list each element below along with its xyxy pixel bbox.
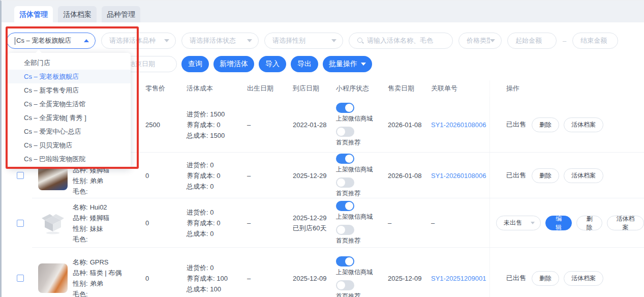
col-retail-price: 零售价 bbox=[144, 84, 186, 93]
dropdown-item-beibei[interactable]: Cs – 贝贝宠物店 bbox=[8, 138, 131, 152]
table-row: 名称:GPRS 品种:猫类 | 布偶 性别:弟弟 毛色: 0 进货价: 0 养育… bbox=[2, 248, 644, 297]
store-select[interactable]: Cs – 宠老板旗舰店 bbox=[7, 33, 96, 49]
add-live-button[interactable]: 新增活体 bbox=[213, 56, 254, 72]
batch-operations-label: 批量操作 bbox=[329, 60, 357, 69]
delete-button[interactable]: 删除 bbox=[576, 216, 602, 230]
sold-status: 已出售 bbox=[506, 171, 526, 180]
gender-select[interactable]: 请选择性别 bbox=[264, 33, 343, 49]
chevron-down-icon bbox=[531, 222, 535, 224]
chevron-down-icon bbox=[164, 39, 169, 42]
price-type-select[interactable]: 价格类型 bbox=[458, 33, 502, 49]
birth-date: – bbox=[246, 275, 291, 282]
pet-photo-placeholder bbox=[38, 209, 68, 238]
wechat-mall-toggle[interactable] bbox=[336, 103, 354, 113]
retail-price: 2500 bbox=[144, 121, 186, 129]
wechat-mall-toggle[interactable] bbox=[336, 256, 354, 266]
dropdown-item-pet-center[interactable]: Cs – 爱宠中心-总店 bbox=[8, 125, 131, 138]
archive-button[interactable]: 活体档案 bbox=[564, 271, 603, 286]
status-placeholder: 请选择活体状态 bbox=[190, 36, 247, 45]
text-cursor bbox=[15, 37, 15, 45]
row-checkbox[interactable] bbox=[17, 172, 24, 179]
order-number-link[interactable]: SY1-20260108006 bbox=[431, 172, 486, 180]
batch-operations-button[interactable]: 批量操作 bbox=[323, 56, 372, 72]
col-arrival-date: 到店日期 bbox=[291, 84, 334, 93]
home-recommend-toggle[interactable] bbox=[336, 127, 354, 137]
breed-select[interactable]: 请选择活体品种 bbox=[101, 33, 176, 49]
search-icon bbox=[357, 37, 364, 44]
tab-live-archive[interactable]: 活体档案 bbox=[58, 6, 97, 22]
sold-status: 已出售 bbox=[506, 274, 526, 283]
amount-range-dash: – bbox=[563, 37, 566, 45]
home-recommend-toggle[interactable] bbox=[336, 177, 354, 188]
arrival-date: 2022-01-28 bbox=[291, 121, 334, 129]
dropdown-item-qingxiu[interactable]: Cs – 全蛋宠物[ 青秀 ] bbox=[8, 111, 131, 125]
chevron-down-icon bbox=[361, 63, 366, 66]
tab-breed-management[interactable]: 品种管理 bbox=[102, 6, 140, 22]
row-checkbox[interactable] bbox=[17, 220, 24, 227]
sold-status: 已出售 bbox=[506, 120, 526, 129]
row-checkbox[interactable] bbox=[17, 275, 24, 282]
amount-start-input[interactable]: 起始金额 bbox=[507, 33, 557, 49]
edit-button[interactable]: 编辑 bbox=[545, 216, 571, 230]
col-actions: 操作 bbox=[489, 80, 644, 97]
tab-bar: 活体管理 活体档案 品种管理 bbox=[2, 1, 644, 22]
dropdown-item-life-hall[interactable]: Cs – 全蛋宠物生活馆 bbox=[8, 97, 131, 111]
retail-price: 0 bbox=[144, 275, 186, 282]
retail-price: 0 bbox=[144, 172, 186, 180]
gender-placeholder: 请选择性别 bbox=[272, 36, 331, 45]
status-select[interactable]: 请选择活体状态 bbox=[181, 33, 259, 49]
chevron-up-icon bbox=[84, 39, 89, 42]
search-input[interactable]: 请输入活体名称、毛色 bbox=[349, 33, 453, 49]
retail-price: 0 bbox=[144, 219, 186, 227]
sale-date: 2026-01-08 bbox=[388, 121, 428, 129]
amount-end-placeholder: 结束金额 bbox=[580, 36, 611, 45]
import-button[interactable]: 导入 bbox=[259, 56, 286, 72]
col-live-cost: 活体成本 bbox=[186, 84, 246, 93]
price-type-label: 价格类型 bbox=[467, 36, 490, 45]
archive-button[interactable]: 活体档案 bbox=[564, 168, 603, 183]
dropdown-item-flagship[interactable]: Cs – 宠老板旗舰店 bbox=[8, 70, 131, 83]
sale-date: 2026-01-08 bbox=[388, 172, 428, 180]
order-number-link[interactable]: SY1-20251209001 bbox=[431, 275, 486, 282]
arrival-date: 2025-12-09 bbox=[291, 275, 334, 282]
query-button[interactable]: 查询 bbox=[181, 56, 209, 72]
chevron-down-icon bbox=[490, 39, 495, 42]
filter-row: Cs – 宠老板旗舰店 请选择活体品种 请选择活体状态 请选择性别 请输入活体名… bbox=[2, 22, 644, 49]
sale-status-select[interactable]: 未出售 bbox=[496, 216, 541, 230]
delete-button[interactable]: 删除 bbox=[532, 271, 559, 286]
delete-button[interactable]: 删除 bbox=[532, 117, 559, 132]
home-recommend-toggle[interactable] bbox=[336, 280, 354, 290]
amount-start-placeholder: 起始金额 bbox=[515, 36, 550, 45]
archive-button[interactable]: 活体档案 bbox=[564, 117, 603, 132]
store-dropdown-panel: 全部门店 Cs – 宠老板旗舰店 Cs – 新零售专用店 Cs – 全蛋宠物生活… bbox=[8, 53, 131, 169]
wechat-mall-toggle[interactable] bbox=[336, 154, 354, 164]
end-date-placeholder: 结束日期 bbox=[129, 60, 155, 69]
tab-live-management[interactable]: 活体管理 bbox=[14, 6, 53, 22]
dropdown-item-new-retail[interactable]: Cs – 新零售专用店 bbox=[8, 83, 131, 97]
order-number: – bbox=[431, 219, 435, 227]
chevron-down-icon bbox=[331, 39, 336, 42]
birth-date: – bbox=[246, 121, 291, 129]
export-button[interactable]: 导出 bbox=[291, 56, 318, 72]
dropdown-item-all-stores[interactable]: 全部门店 bbox=[8, 56, 131, 70]
sale-date: 2025-12-09 bbox=[388, 275, 428, 282]
empty-box-icon bbox=[41, 211, 65, 235]
birth-date: – bbox=[246, 219, 291, 227]
archive-button[interactable]: 活体档案 bbox=[607, 216, 644, 230]
delete-button[interactable]: 删除 bbox=[532, 168, 559, 183]
amount-end-input[interactable]: 结束金额 bbox=[572, 33, 618, 49]
dropdown-item-hospital[interactable]: Cs – 巴啦啦宠物医院 bbox=[8, 152, 131, 166]
store-select-value: Cs – 宠老板旗舰店 bbox=[16, 36, 84, 45]
sale-date: – bbox=[388, 219, 428, 227]
col-birth-date: 出生日期 bbox=[246, 84, 291, 93]
arrival-date: 2025-12-29 bbox=[291, 172, 334, 180]
wechat-mall-toggle[interactable] bbox=[336, 201, 354, 211]
home-recommend-toggle[interactable] bbox=[336, 225, 354, 235]
live-pet-management-page: 活体管理 活体档案 品种管理 Cs – 宠老板旗舰店 请选择活体品种 请选择活体… bbox=[0, 0, 644, 297]
arrival-date: 2025-12-29 bbox=[293, 213, 334, 223]
col-sale-date: 售卖日期 bbox=[388, 84, 428, 93]
col-miniprogram-status: 小程序状态 bbox=[334, 84, 388, 93]
col-order-number: 关联单号 bbox=[428, 84, 489, 93]
order-number-link[interactable]: SY1-20260108006 bbox=[431, 121, 486, 129]
table-row: 名称:Hui02 品种:矮脚猫 性别:妹妹 毛色: 0 进货价: 0 养育成本:… bbox=[2, 198, 644, 248]
